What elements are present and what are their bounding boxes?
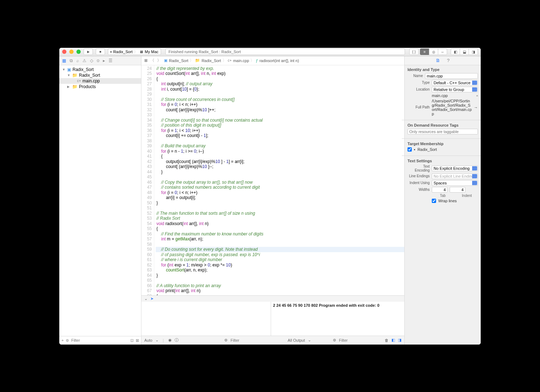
location-select[interactable]: Relative to Group: [432, 87, 478, 92]
zoom-icon[interactable]: [76, 50, 81, 54]
tree-label: Radix_Sort: [72, 67, 94, 72]
folder-icon[interactable]: ▫: [476, 93, 478, 98]
run-button[interactable]: ▶: [84, 49, 93, 55]
tree-project-root[interactable]: ▼▣ Radix_Sort: [59, 67, 141, 72]
add-icon[interactable]: +: [61, 338, 64, 342]
breadcrumb-file[interactable]: main.cpp: [233, 58, 249, 63]
tree-file-main[interactable]: c+ main.cpp: [59, 78, 141, 84]
debug-area: 2 24 45 66 75 90 170 802 Program ended w…: [141, 302, 404, 336]
editor-pane: ⊞ 〈 〉 ▣Radix_Sort〉 📁Radix_Sort〉 c+main.c…: [141, 56, 404, 345]
folder-icon: 📁: [195, 58, 200, 63]
variables-filter-input[interactable]: [230, 338, 273, 342]
cpp-file-icon: c+: [228, 58, 232, 62]
target-icon: ▪: [414, 147, 415, 152]
section-text-title: Text Settings: [408, 159, 478, 163]
jump-bar: ⊞ 〈 〉 ▣Radix_Sort〉 📁Radix_Sort〉 c+main.c…: [141, 56, 404, 65]
target-icon: ▪: [110, 50, 112, 54]
traffic-lights: [62, 50, 81, 54]
file-inspector-icon[interactable]: 🗎: [436, 58, 440, 63]
forward-button[interactable]: 〉: [157, 58, 161, 63]
close-icon[interactable]: [62, 50, 66, 54]
test-nav-icon[interactable]: ◇: [90, 58, 93, 63]
fullpath-label: Full Path: [408, 105, 430, 109]
assistant-editor-button[interactable]: ◎: [429, 49, 438, 55]
project-icon: ▣: [67, 67, 71, 72]
breakpoint-nav-icon[interactable]: ▸: [103, 58, 105, 63]
encoding-select[interactable]: No Explicit Encoding: [432, 166, 478, 171]
find-nav-icon[interactable]: ⌕: [76, 58, 79, 63]
target-checkbox[interactable]: [408, 147, 412, 152]
right-pane-icon[interactable]: ◨: [398, 338, 401, 342]
minimize-icon[interactable]: [69, 50, 74, 54]
navigator-filter-input[interactable]: [71, 338, 128, 342]
trash-icon[interactable]: 🗑: [385, 338, 389, 342]
filter-icon: ⊚: [66, 338, 69, 343]
navigator-tabs: ▦ ⧉ ⌕ ⚠ ◇ ⎊ ▸ ☰: [59, 56, 141, 65]
toggle-inspector-button[interactable]: ◨: [469, 49, 478, 55]
console-output[interactable]: 2 24 45 66 75 90 170 802 Program ended w…: [271, 302, 405, 336]
report-nav-icon[interactable]: ☰: [109, 58, 112, 63]
auto-scope-button[interactable]: Auto: [144, 338, 152, 342]
filter-icon: ⊚: [224, 338, 228, 342]
tree-group[interactable]: ▼📁 Radix_Sort: [59, 72, 141, 78]
standard-editor-button[interactable]: ≡: [420, 49, 429, 55]
lineend-select[interactable]: No Explicit Line Endings: [432, 173, 478, 179]
name-field[interactable]: [425, 73, 478, 79]
help-inspector-icon[interactable]: ?: [447, 58, 449, 63]
console-filter-input[interactable]: [339, 338, 382, 342]
recent-icon[interactable]: ⊡: [130, 338, 134, 343]
tree-products[interactable]: ▶📁 Products: [59, 84, 141, 90]
scheme-device: My Mac: [145, 50, 159, 54]
breakpoint-toggle-icon[interactable]: ➤: [150, 296, 154, 301]
encoding-label: Text Encoding: [408, 164, 430, 172]
quicklook-icon[interactable]: ◉: [168, 338, 172, 342]
tree-label: Radix_Sort: [79, 73, 100, 78]
toggle-debug-button[interactable]: ⬓: [460, 49, 469, 55]
indent-select[interactable]: Spaces: [432, 180, 478, 186]
stop-button[interactable]: ■: [96, 49, 105, 55]
titlebar: ▶ ■ ▪ Radix_Sort 〉 🖥 My Mac Finished run…: [59, 48, 481, 56]
tab-width-field[interactable]: [432, 187, 448, 193]
issue-nav-icon[interactable]: ⚠: [82, 58, 86, 63]
location-file: main.cpp: [432, 93, 474, 98]
symbol-nav-icon[interactable]: ⧉: [70, 58, 73, 63]
output-scope-button[interactable]: All Output: [288, 338, 305, 342]
chevron-right-icon: 〉: [134, 49, 138, 55]
status-text: Finished running Radix_Sort : Radix_Sort: [169, 50, 241, 54]
toggle-navigator-button[interactable]: ◧: [451, 49, 460, 55]
variables-view[interactable]: [141, 302, 271, 336]
scm-icon[interactable]: ⊠: [136, 338, 139, 343]
debug-nav-icon[interactable]: ⎊: [97, 58, 99, 63]
fullpath-value: /Users/pei/CPP/Sorting/Radix_Sort/Radix_…: [432, 99, 472, 116]
hide-debug-icon[interactable]: ⌄: [144, 296, 148, 301]
folder-icon: 📁: [72, 73, 78, 78]
wrap-checkbox[interactable]: [432, 199, 436, 203]
scheme-selector[interactable]: ▪ Radix_Sort 〉 🖥 My Mac: [108, 49, 161, 55]
section-target-title: Target Membership: [408, 142, 478, 146]
type-label: Type: [408, 81, 430, 85]
source-text[interactable]: // the digit represented by exp.void cou…: [154, 65, 404, 295]
scheme-target: Radix_Sort: [113, 50, 132, 54]
line-gutter: 2425262728293031323334353637383940414243…: [141, 65, 154, 295]
version-editor-button[interactable]: ↔: [438, 49, 447, 55]
editor-options-button[interactable]: { }: [409, 49, 419, 55]
code-editor[interactable]: 2425262728293031323334353637383940414243…: [141, 65, 404, 295]
breadcrumb-project[interactable]: Radix_Sort: [169, 58, 188, 63]
inspector-pane: 🗎 ? Identity and Type Name TypeDefault -…: [404, 56, 481, 345]
reveal-icon[interactable]: →: [474, 105, 478, 110]
print-icon[interactable]: ⓘ: [175, 337, 179, 343]
back-button[interactable]: 〈: [150, 58, 154, 63]
filter-icon: ⊚: [333, 338, 336, 342]
wrap-label: Wrap lines: [438, 199, 457, 203]
lineend-label: Line Endings: [408, 174, 430, 178]
project-nav-icon[interactable]: ▦: [62, 58, 66, 63]
project-icon: ▣: [164, 58, 168, 63]
left-pane-icon[interactable]: ◧: [391, 338, 395, 342]
breadcrumb-symbol[interactable]: radixsort(int arr[], int n): [259, 58, 299, 63]
indent-width-field[interactable]: [450, 187, 465, 193]
section-identity-title: Identity and Type: [408, 67, 478, 72]
related-items-icon[interactable]: ⊞: [144, 58, 148, 63]
type-select[interactable]: Default - C++ Source: [432, 80, 478, 86]
debug-bar: ⌄ ➤: [141, 295, 404, 302]
breadcrumb-folder[interactable]: Radix_Sort: [201, 58, 221, 63]
